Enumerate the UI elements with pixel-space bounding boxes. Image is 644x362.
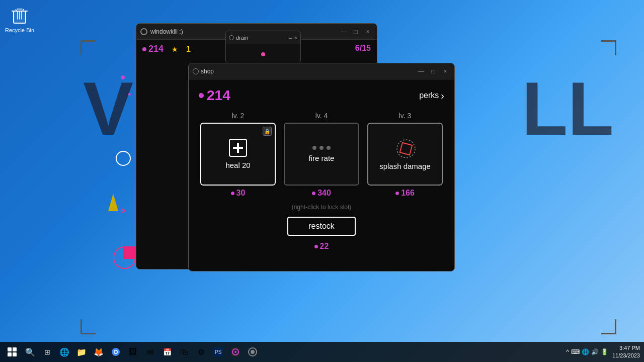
taskbar-explorer[interactable]: 📁 xyxy=(73,344,90,360)
restock-price-dot xyxy=(314,245,318,248)
heal-price-dot xyxy=(231,192,234,195)
taskbar-chrome[interactable] xyxy=(108,344,124,360)
taskbar-game-app1[interactable] xyxy=(227,344,244,360)
shop-title: shop xyxy=(201,68,214,75)
taskbar: 🔍 ⊞ 🌐 📁 🦊 🖼 ✉ 📅 🛍 ⚙ PS xyxy=(0,342,644,362)
shop-hint: (right-click to lock slot) xyxy=(292,204,352,211)
heal-price-value: 30 xyxy=(236,189,246,198)
shop-window: shop — □ × 214 perks › xyxy=(188,63,455,272)
network-icon[interactable]: 🌐 xyxy=(582,348,589,355)
shop-titlebar: shop — □ × xyxy=(189,63,454,79)
desktop: Recycle Bin V LL windowkill :) — □ × xyxy=(0,0,644,362)
fire-dot-3 xyxy=(327,146,331,150)
bracket-tr xyxy=(601,40,616,55)
shop-items: lv. 2 🔒 heal 20 30 xyxy=(199,112,444,198)
taskbar-settings[interactable]: ⚙ xyxy=(193,344,209,360)
firerate-price-value: 340 xyxy=(317,189,331,198)
firerate-name: fire rate xyxy=(309,154,335,163)
title-circle-icon xyxy=(140,28,147,35)
hud-hp: 214 xyxy=(142,44,164,54)
shop-header: 214 perks › xyxy=(199,87,444,104)
heal-price: 30 xyxy=(231,189,246,198)
taskbar-clock[interactable]: 3:47 PM 11/23/2023 xyxy=(612,344,640,360)
drain-window: drain – × xyxy=(225,31,301,63)
main-game-title: windowkill :) xyxy=(150,28,183,35)
bg-dot-4 xyxy=(121,209,125,213)
taskbar-circle-app[interactable] xyxy=(245,344,261,360)
taskbar-firefox[interactable]: 🦊 xyxy=(91,344,107,360)
heal-card[interactable]: 🔒 heal 20 xyxy=(200,123,276,186)
splash-price-dot xyxy=(395,192,399,195)
bg-letter-v: V xyxy=(83,65,133,152)
shop-circle-icon xyxy=(193,68,199,74)
taskbar-mail[interactable]: ✉ xyxy=(142,344,158,360)
bg-dot-2 xyxy=(128,93,131,96)
volume-icon[interactable]: 🔊 xyxy=(591,348,599,355)
start-button[interactable] xyxy=(4,344,20,360)
perks-button[interactable]: perks › xyxy=(419,90,444,102)
restock-price: 22 xyxy=(314,242,329,251)
sys-tray-icons: ^ ⌨ 🌐 🔊 🔋 xyxy=(566,348,608,355)
shop-item-heal: lv. 2 🔒 heal 20 30 xyxy=(200,112,276,198)
taskbar-time-value: 3:47 PM xyxy=(612,344,640,352)
splash-level: lv. 3 xyxy=(399,112,412,120)
drain-minimize-button[interactable]: – xyxy=(289,35,292,41)
firerate-price: 340 xyxy=(312,189,331,198)
main-window-controls: — □ × xyxy=(339,27,373,37)
fire-dot-2 xyxy=(319,146,324,150)
lock-icon: 🔒 xyxy=(263,127,272,136)
taskbar-edge[interactable]: 🌐 xyxy=(56,344,72,360)
bracket-bl xyxy=(80,319,96,334)
splash-price: 166 xyxy=(395,189,415,198)
taskbar-right: ^ ⌨ 🌐 🔊 🔋 3:47 PM 11/23/2023 xyxy=(566,344,640,360)
svg-text:PS: PS xyxy=(215,349,222,355)
perks-label: perks xyxy=(419,91,439,100)
heal-name: heal 20 xyxy=(225,161,250,170)
taskbar-calendar[interactable]: 📅 xyxy=(159,344,175,360)
keyboard-icon[interactable]: ⌨ xyxy=(571,348,580,355)
svg-rect-2 xyxy=(400,142,412,154)
splash-price-value: 166 xyxy=(401,189,415,198)
bracket-tl xyxy=(80,40,96,55)
close-button[interactable]: × xyxy=(363,27,373,37)
heal-icon xyxy=(229,139,247,157)
shop-minimize-button[interactable]: — xyxy=(416,66,426,76)
bracket-br xyxy=(601,319,616,334)
perks-arrow-icon: › xyxy=(441,90,444,102)
taskbar-search[interactable]: 🔍 xyxy=(22,344,38,360)
chevron-icon[interactable]: ^ xyxy=(566,348,569,355)
shop-item-splash: lv. 3 splash damage xyxy=(367,112,443,198)
currency-dot xyxy=(199,93,204,98)
shop-maximize-button[interactable]: □ xyxy=(428,66,438,76)
taskbar-photos[interactable]: 🖼 xyxy=(125,344,141,360)
shop-close-button[interactable]: × xyxy=(440,66,450,76)
level-value: 1 xyxy=(186,45,191,54)
restock-price-value: 22 xyxy=(320,242,329,251)
taskbar-store[interactable]: 🛍 xyxy=(176,344,192,360)
maximize-button[interactable]: □ xyxy=(351,27,361,37)
currency-value: 214 xyxy=(207,87,230,104)
battery-icon[interactable]: 🔋 xyxy=(601,348,608,355)
recycle-bin-icon[interactable]: Recycle Bin xyxy=(5,5,34,33)
drain-dot xyxy=(261,52,265,56)
splash-name: splash damage xyxy=(379,162,431,171)
star-icon: ★ xyxy=(172,45,178,53)
hp-value: 214 xyxy=(148,44,164,54)
splash-card[interactable]: splash damage xyxy=(367,123,443,186)
taskbar-terminal[interactable]: PS xyxy=(210,344,226,360)
hud-stats: 214 ★ 1 xyxy=(142,44,191,54)
svg-point-5 xyxy=(115,351,117,353)
taskbar-apps: 🔍 ⊞ 🌐 📁 🦊 🖼 ✉ 📅 🛍 ⚙ PS xyxy=(22,344,566,360)
heal-level: lv. 2 xyxy=(232,112,245,120)
svg-point-10 xyxy=(234,351,236,353)
minimize-button[interactable]: — xyxy=(339,27,349,37)
firerate-card[interactable]: fire rate xyxy=(284,123,359,186)
restock-button[interactable]: restock xyxy=(287,217,356,236)
taskbar-task-view[interactable]: ⊞ xyxy=(39,344,55,360)
recycle-bin-label: Recycle Bin xyxy=(5,27,34,33)
bg-dot-1 xyxy=(121,75,125,79)
shop-content: 214 perks › lv. 2 🔒 xyxy=(189,79,454,271)
shop-window-controls: — □ × xyxy=(416,66,450,76)
bg-rect-pink xyxy=(123,246,136,259)
drain-close-button[interactable]: × xyxy=(294,35,297,41)
